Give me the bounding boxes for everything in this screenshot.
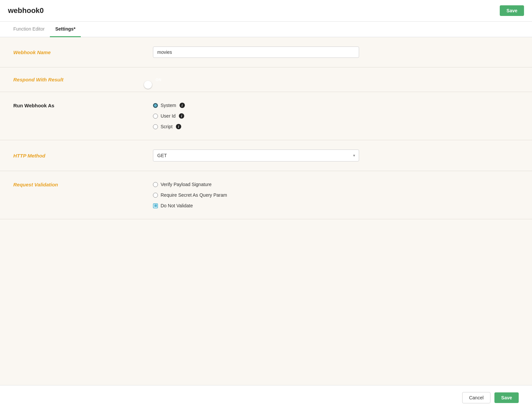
verify-payload-label: Verify Payload Signature bbox=[161, 182, 211, 187]
cancel-button[interactable]: Cancel bbox=[462, 392, 491, 394]
request-validation-row: Request Validation Verify Payload Signat… bbox=[0, 171, 532, 219]
request-validation-control: Verify Payload Signature Require Secret … bbox=[153, 182, 519, 208]
system-info-icon[interactable]: i bbox=[180, 103, 185, 108]
webhook-name-label: Webhook Name bbox=[13, 50, 153, 55]
http-method-select[interactable]: GET POST PUT PATCH DELETE bbox=[153, 150, 359, 161]
run-webhook-as-radio-group: System i User Id i Script i bbox=[153, 103, 519, 129]
respond-with-result-row: Respond With Result ON bbox=[0, 67, 532, 92]
do-not-validate-option[interactable]: Do Not Validate bbox=[153, 203, 519, 208]
do-not-validate-label: Do Not Validate bbox=[161, 203, 193, 208]
run-as-system-label: System bbox=[161, 103, 176, 108]
verify-payload-option[interactable]: Verify Payload Signature bbox=[153, 182, 519, 187]
run-webhook-as-label: Run Webhook As bbox=[13, 103, 153, 108]
webhook-name-row: Webhook Name bbox=[0, 37, 532, 67]
require-secret-option[interactable]: Require Secret As Query Param bbox=[153, 192, 519, 198]
userid-info-icon[interactable]: i bbox=[179, 113, 184, 119]
webhook-name-input[interactable] bbox=[153, 47, 359, 58]
respond-with-result-label: Respond With Result bbox=[13, 77, 153, 82]
run-webhook-as-control: System i User Id i Script i bbox=[153, 103, 519, 129]
http-method-select-wrapper: GET POST PUT PATCH DELETE ▾ bbox=[153, 150, 359, 161]
webhook-name-control bbox=[153, 47, 519, 58]
tab-bar: Function Editor Settings* bbox=[0, 22, 532, 37]
run-as-userid-option[interactable]: User Id i bbox=[153, 113, 519, 119]
do-not-validate-checkbox-icon bbox=[153, 203, 158, 208]
settings-content: Webhook Name Respond With Result ON Run … bbox=[0, 37, 532, 394]
http-method-row: HTTP Method GET POST PUT PATCH DELETE ▾ bbox=[0, 140, 532, 171]
request-validation-label: Request Validation bbox=[13, 182, 153, 187]
script-info-icon[interactable]: i bbox=[176, 124, 181, 129]
run-as-script-label: Script bbox=[161, 124, 173, 129]
page-footer: Cancel Save bbox=[0, 385, 532, 394]
require-secret-label: Require Secret As Query Param bbox=[161, 192, 227, 198]
run-as-system-option[interactable]: System i bbox=[153, 103, 519, 108]
tab-function-editor[interactable]: Function Editor bbox=[8, 22, 50, 37]
footer-save-button[interactable]: Save bbox=[494, 392, 519, 394]
page-title: webhook0 bbox=[8, 6, 44, 15]
run-as-userid-label: User Id bbox=[161, 113, 176, 119]
run-webhook-as-row: Run Webhook As System i User Id i Script… bbox=[0, 92, 532, 140]
tab-settings[interactable]: Settings* bbox=[50, 22, 81, 37]
toggle-on-label: ON bbox=[156, 78, 162, 82]
toggle-knob bbox=[144, 81, 152, 89]
http-method-control: GET POST PUT PATCH DELETE ▾ bbox=[153, 150, 519, 161]
page-header: webhook0 Save bbox=[0, 0, 532, 22]
http-method-label: HTTP Method bbox=[13, 153, 153, 158]
header-save-button[interactable]: Save bbox=[500, 5, 524, 16]
request-validation-radio-group: Verify Payload Signature Require Secret … bbox=[153, 182, 519, 208]
run-as-script-option[interactable]: Script i bbox=[153, 124, 519, 129]
